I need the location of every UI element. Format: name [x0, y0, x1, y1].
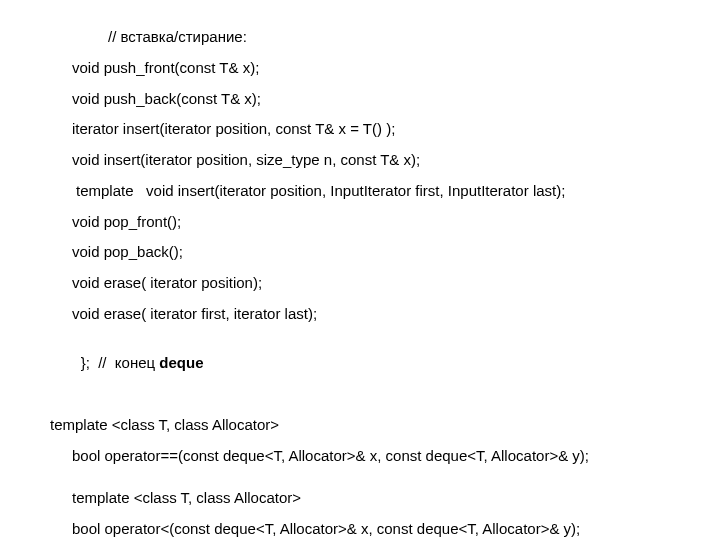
- code-line: template <class T, class Allocator>: [50, 416, 670, 435]
- code-line: void push_front(const T& x);: [50, 59, 670, 78]
- code-line: // вставка/стирание:: [50, 28, 670, 47]
- code-line: void erase( iterator first, iterator las…: [50, 305, 670, 324]
- closing-prefix: }; // конец: [81, 354, 160, 371]
- code-line: iterator insert(iterator position, const…: [50, 120, 670, 139]
- code-line: void pop_back();: [50, 243, 670, 262]
- code-line: void erase( iterator position);: [50, 274, 670, 293]
- code-line: void insert(iterator position, size_type…: [50, 151, 670, 170]
- code-line-closing: }; // конец deque: [50, 336, 670, 392]
- code-line: template <class T, class Allocator>: [50, 489, 670, 508]
- code-line: void push_back(const T& x);: [50, 90, 670, 109]
- closing-bold: deque: [159, 354, 203, 371]
- code-line: bool operator<(const deque<T, Allocator>…: [50, 520, 670, 539]
- code-line: template void insert(iterator position, …: [50, 182, 670, 201]
- code-document: // вставка/стирание: void push_front(con…: [0, 0, 720, 540]
- code-line: bool operator==(const deque<T, Allocator…: [50, 447, 670, 466]
- code-line: void pop_front();: [50, 213, 670, 232]
